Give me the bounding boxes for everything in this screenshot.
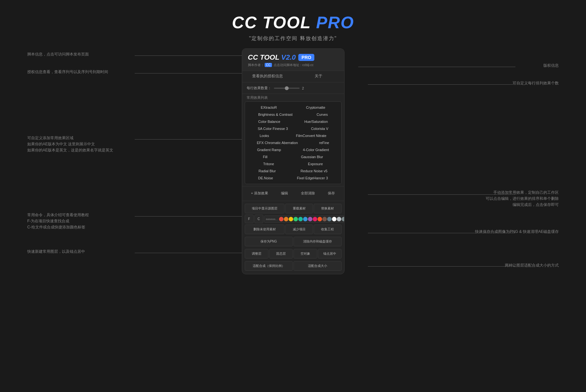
- effect-extractor[interactable]: EXtractoR: [258, 104, 279, 111]
- effect-fixel[interactable]: Fixel EdgeHancer 3: [294, 175, 331, 181]
- effect-row-8: Tritone Exposure: [246, 161, 340, 167]
- effect-4color-gradient[interactable]: 4-Color Gradient: [300, 147, 331, 153]
- effects-actions: + 添加效果 编辑 全部清除 保存: [242, 186, 344, 200]
- settings-label: 每行效果数量：: [247, 86, 271, 90]
- effect-row-6: Gradient Ramp 4-Color Gradient: [246, 147, 340, 153]
- solid-layer-btn[interactable]: 固态层: [269, 249, 293, 259]
- tool-nav: 查看执的授权信息 关于: [242, 71, 344, 82]
- effect-reduce-noise[interactable]: Reduce Noise v5: [298, 168, 330, 174]
- anno-add-effects: 手动添加常用效果，定制自己的工作区 可以点击编辑，进行效果的排序和单个删除 编辑…: [486, 190, 559, 208]
- effects-grid: EXtractoR Cryptomatte Brightness & Contr…: [245, 101, 342, 184]
- effect-row-5: EFX Chromatic Aberration reFine: [246, 140, 340, 146]
- color-dot-teal[interactable]: [298, 217, 303, 221]
- cmd-row-2: F C aaaaaa...: [242, 215, 344, 225]
- effect-hue-saturation[interactable]: Hue/Saturation: [302, 118, 330, 125]
- page-header: CC TOOL PRO "定制你的工作空间 释放创造潜力": [0, 0, 586, 48]
- anno-new-layer: 快速新建常用图层，以及锚点居中: [27, 249, 85, 254]
- effect-row-9: Radial Blur Reduce Noise v5: [246, 168, 340, 174]
- color-dot-yellow[interactable]: [289, 217, 293, 221]
- effect-tritone[interactable]: Tritone: [260, 161, 276, 167]
- effect-cryptomatte[interactable]: Cryptomatte: [303, 104, 328, 111]
- save-png-btn[interactable]: 保存为PNG: [245, 237, 293, 246]
- color-dot-blue[interactable]: [303, 217, 308, 221]
- main-area: 脚本信息，点击可访问脚本发布页面 授权信息查看，查看序列号以及序列号到期时间 可…: [0, 48, 586, 369]
- anchor-center-btn[interactable]: 锚点居中: [318, 249, 342, 259]
- delete-unused-btn[interactable]: 删除未使用素材: [245, 225, 285, 234]
- null-object-btn[interactable]: 空对象: [293, 249, 317, 259]
- effect-brightness-contrast[interactable]: Brightness & Contrast: [256, 111, 295, 118]
- effect-colorista[interactable]: Colorista V: [309, 125, 331, 132]
- color-search-area: aaaaaa...: [264, 216, 344, 223]
- anno-script-info: 脚本信息，点击可访问脚本发布页面: [27, 52, 89, 57]
- effect-color-balance[interactable]: Color Balance: [256, 118, 283, 125]
- app-title: CC TOOL PRO: [0, 13, 586, 32]
- effect-curves[interactable]: Curves: [314, 111, 330, 118]
- anno-custom-effects: 可自定义添加常用效果区域 如果你的AE版本为中文 这里则展示中文 如果你的AE版…: [27, 135, 113, 154]
- nav-auth[interactable]: 查看执的授权信息: [242, 71, 293, 82]
- app-subtitle: "定制你的工作空间 释放创造潜力": [0, 35, 586, 42]
- center-panel: CC TOOL V2.0 PRO 脚本作者： CC 点击访问脚本地址：ccbij…: [242, 48, 344, 274]
- effect-denoise[interactable]: DE.Noise: [256, 175, 276, 181]
- collect-btn[interactable]: 收集工程: [314, 225, 342, 234]
- reload-footage-btn[interactable]: 重载素材: [285, 204, 313, 213]
- clear-all-btn[interactable]: 全部清除: [298, 190, 318, 197]
- edit-btn[interactable]: 编辑: [278, 190, 291, 197]
- fit-row: 适配合成（保持比例） 适配合成大小: [242, 260, 344, 274]
- line-add-effects: [368, 194, 515, 195]
- tool-settings: 每行效果数量： 2: [242, 82, 344, 94]
- cmd-row-3: 删除未使用素材 减少项目 收集工程: [242, 225, 344, 235]
- logo-text: CC TOOL V2.0: [248, 53, 296, 62]
- effect-exposure[interactable]: Exposure: [305, 161, 325, 167]
- color-dots-container: [279, 217, 344, 221]
- effect-filmconvert[interactable]: FilmConvert Nitrate: [293, 132, 329, 139]
- color-dot-green[interactable]: [293, 217, 298, 221]
- fit-size-btn[interactable]: 适配合成大小: [293, 261, 342, 271]
- nav-about[interactable]: 关于: [293, 71, 344, 82]
- effect-gaussian-blur[interactable]: Gaussian Blur: [298, 154, 326, 160]
- color-dot-light-grey[interactable]: [337, 217, 341, 221]
- reduce-project-btn[interactable]: 减少项目: [285, 225, 313, 234]
- line-save-clean: [368, 233, 515, 233]
- fit-keep-ratio-btn[interactable]: 适配合成（保持比例）: [245, 261, 293, 271]
- pro-badge: PRO: [298, 54, 314, 61]
- effect-fill[interactable]: Fill: [260, 154, 270, 160]
- line-copyright: [358, 67, 515, 67]
- tool-logo: CC TOOL V2.0 PRO: [248, 53, 315, 62]
- color-dot-red[interactable]: [279, 217, 284, 221]
- effect-refine[interactable]: reFine: [317, 140, 332, 146]
- effect-efx-chromatic[interactable]: EFX Chromatic Aberration: [254, 140, 301, 146]
- color-dot-purple[interactable]: [308, 217, 312, 221]
- color-dot-orange[interactable]: [284, 217, 288, 221]
- replace-footage-btn[interactable]: 替换素材: [314, 204, 342, 213]
- show-source-layer-btn[interactable]: 项目中显示源图层: [245, 204, 285, 213]
- clear-cache-btn[interactable]: 清除内存和磁盘缓存: [293, 237, 342, 246]
- color-dot-white[interactable]: [332, 217, 336, 221]
- per-row-slider[interactable]: [274, 88, 300, 89]
- effect-gradient-ramp[interactable]: Gradient Ramp: [255, 147, 284, 153]
- color-dot-deep-orange[interactable]: [318, 217, 322, 221]
- cmd-row-1: 项目中显示源图层 重载素材 替换素材: [242, 202, 344, 215]
- effect-row-4: Looks FilmConvert Nitrate: [246, 132, 340, 139]
- effect-row-10: DE.Noise Fixel EdgeHancer 3: [246, 175, 340, 181]
- adjustment-layer-btn[interactable]: 调整层: [245, 249, 268, 259]
- save-row: 保存为PNG 清除内存和磁盘缓存: [242, 235, 344, 248]
- color-dot-pink[interactable]: [313, 217, 317, 221]
- effect-row-1: Brightness & Contrast Curves: [246, 111, 340, 118]
- f-btn[interactable]: F: [245, 215, 254, 223]
- effect-radial-blur[interactable]: Radial Blur: [256, 168, 278, 174]
- save-btn[interactable]: 保存: [325, 190, 337, 197]
- c-btn[interactable]: C: [254, 215, 263, 223]
- tool-card: CC TOOL V2.0 PRO 脚本作者： CC 点击访问脚本地址：ccbij…: [242, 48, 344, 274]
- tool-logo-area: CC TOOL V2.0 PRO 脚本作者： CC 点击访问脚本地址：ccbij…: [248, 53, 315, 67]
- layer-row: 调整层 固态层 空对象 锚点居中: [242, 248, 344, 260]
- add-effect-btn[interactable]: + 添加效果: [249, 190, 271, 197]
- effect-looks[interactable]: Looks: [257, 132, 271, 139]
- color-dot-blue-grey[interactable]: [327, 217, 332, 221]
- color-dot-grey[interactable]: [342, 217, 344, 221]
- anno-per-row: 可自定义每行排列效果个数: [513, 81, 559, 86]
- color-dot-brown[interactable]: [322, 217, 327, 221]
- anno-fit: 两种让图层适配合成大小的方式: [505, 263, 559, 268]
- settings-row: 每行效果数量： 2: [247, 86, 340, 90]
- line-fit: [368, 266, 515, 267]
- effect-sa-color-finesse[interactable]: SA Color Finesse 3: [255, 125, 291, 132]
